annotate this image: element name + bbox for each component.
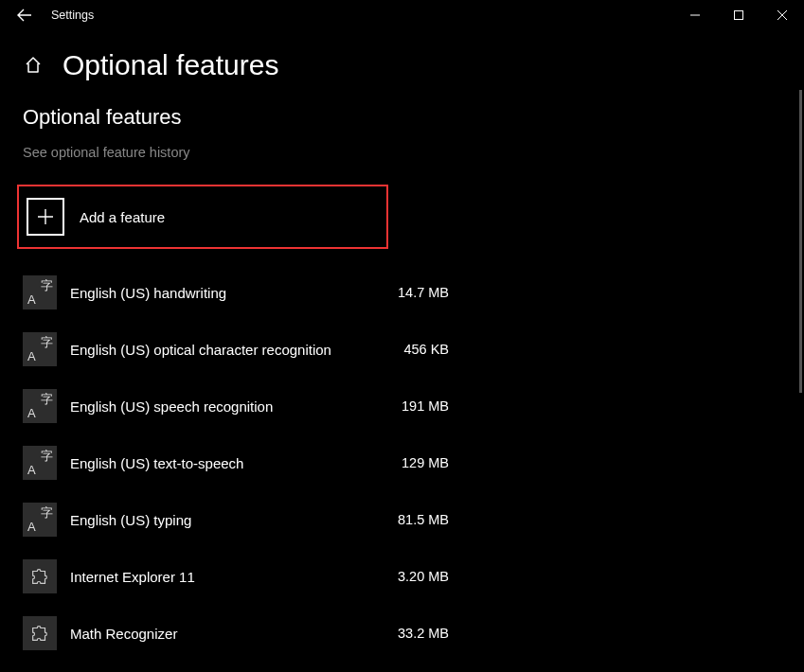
feature-name: Math Recognizer — [70, 626, 373, 642]
feature-size: 191 MB — [373, 398, 449, 414]
feature-name: English (US) handwriting — [70, 285, 373, 301]
window-controls — [673, 0, 804, 30]
feature-name: English (US) optical character recogniti… — [70, 342, 373, 358]
feature-name: English (US) text-to-speech — [70, 455, 373, 471]
feature-size: 14.7 MB — [373, 285, 449, 300]
feature-size: 33.2 MB — [373, 626, 449, 641]
add-feature-label: Add a feature — [80, 209, 165, 225]
feature-row[interactable]: English (US) handwriting14.7 MB — [23, 264, 449, 321]
feature-name: English (US) typing — [70, 512, 373, 528]
section-header: Optional features — [23, 105, 449, 130]
feature-row[interactable]: Math Recognizer33.2 MB — [23, 605, 449, 662]
home-button[interactable] — [23, 55, 44, 76]
puzzle-icon — [29, 623, 50, 644]
page-title: Optional features — [63, 49, 278, 81]
back-button[interactable] — [9, 0, 40, 30]
svg-rect-0 — [735, 11, 743, 20]
language-icon — [23, 275, 57, 309]
add-feature-button[interactable]: Add a feature — [17, 185, 388, 249]
minimize-button[interactable] — [673, 0, 717, 30]
feature-row[interactable]: English (US) text-to-speech129 MB — [23, 434, 449, 491]
minimize-icon — [690, 10, 700, 20]
feature-row[interactable]: Internet Explorer 113.20 MB — [23, 548, 449, 605]
feature-size: 456 KB — [373, 342, 449, 357]
window-title: Settings — [51, 9, 94, 22]
page-header: Optional features — [0, 30, 804, 105]
extension-icon — [23, 559, 57, 593]
puzzle-icon — [29, 566, 50, 587]
close-button[interactable] — [760, 0, 804, 30]
history-link[interactable]: See optional feature history — [23, 145, 449, 160]
feature-name: English (US) speech recognition — [70, 398, 373, 415]
scrollbar[interactable] — [799, 90, 802, 393]
maximize-button[interactable] — [717, 0, 760, 30]
feature-row[interactable]: English (US) optical character recogniti… — [23, 321, 449, 378]
extension-icon — [23, 616, 57, 650]
feature-size: 81.5 MB — [373, 512, 449, 527]
feature-list: English (US) handwriting14.7 MBEnglish (… — [23, 264, 449, 662]
maximize-icon — [734, 10, 743, 20]
feature-name: Internet Explorer 11 — [70, 569, 373, 585]
content-area: Optional features See optional feature h… — [0, 105, 449, 662]
home-icon — [24, 56, 43, 75]
language-icon — [23, 389, 57, 423]
language-icon — [23, 446, 57, 480]
titlebar: Settings — [0, 0, 804, 30]
plus-icon — [27, 198, 64, 236]
feature-size: 3.20 MB — [373, 569, 449, 584]
language-icon — [23, 503, 57, 537]
feature-row[interactable]: English (US) speech recognition191 MB — [23, 378, 449, 434]
close-icon — [777, 10, 787, 20]
language-icon — [23, 332, 57, 366]
arrow-left-icon — [17, 8, 32, 23]
feature-size: 129 MB — [373, 455, 449, 470]
feature-row[interactable]: English (US) typing81.5 MB — [23, 491, 449, 548]
